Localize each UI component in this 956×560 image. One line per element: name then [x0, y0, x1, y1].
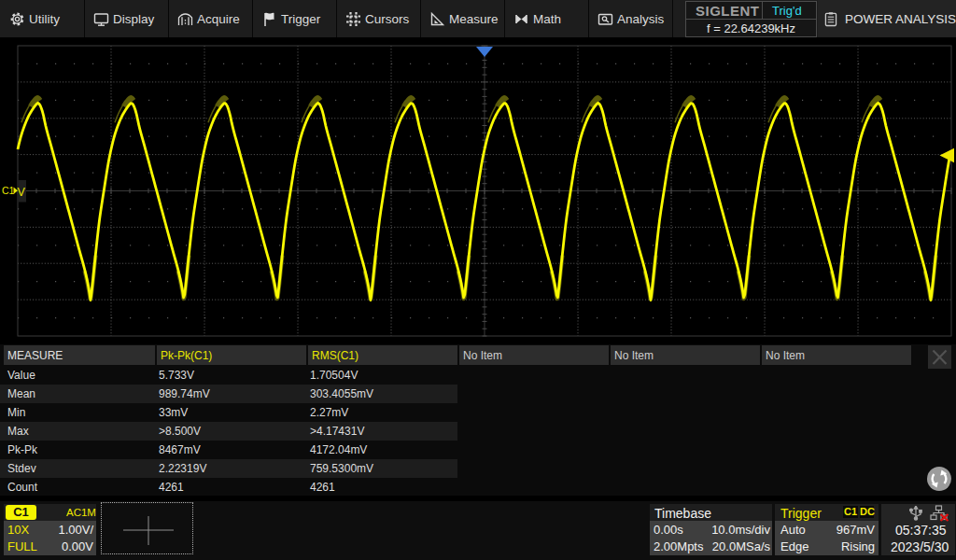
svg-text:C1: C1	[2, 185, 15, 196]
svg-text:V: V	[18, 186, 26, 199]
